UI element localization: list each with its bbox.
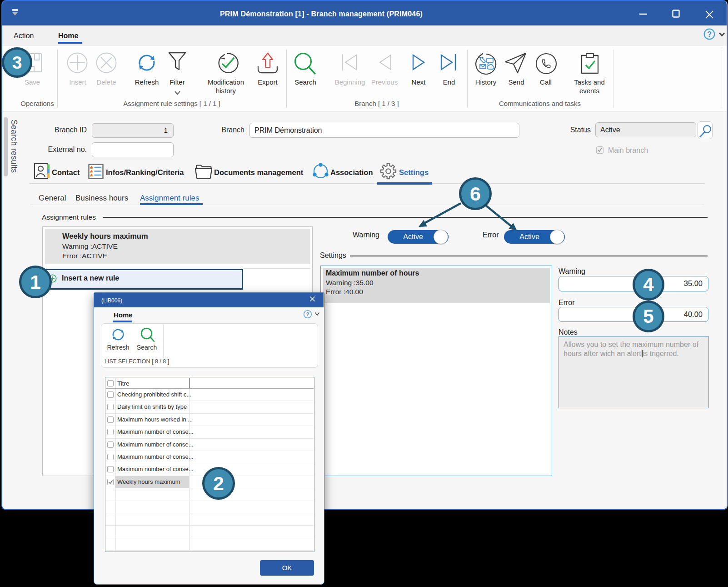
svg-text:?: ? (306, 311, 309, 317)
svg-text:?: ? (707, 30, 712, 38)
